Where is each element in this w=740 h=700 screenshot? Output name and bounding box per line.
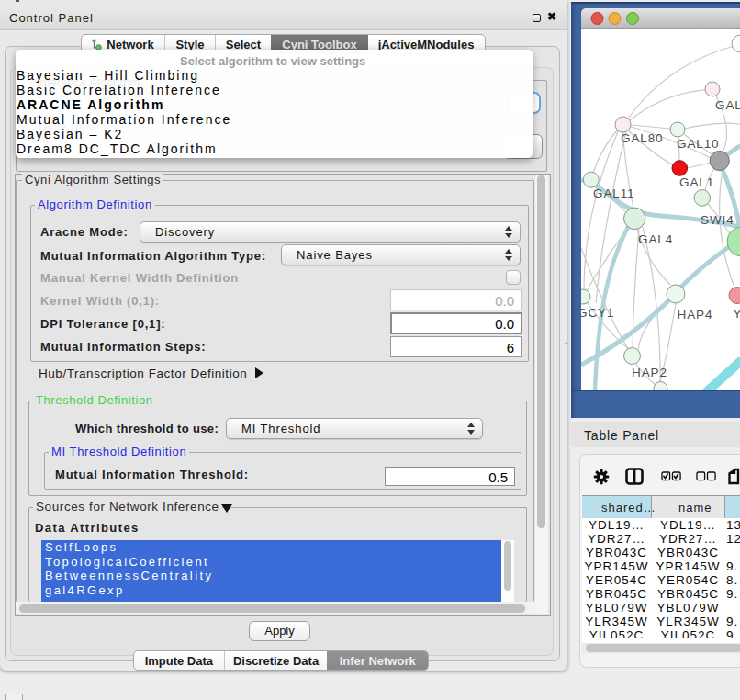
svg-text:GAL7: GAL7 <box>715 98 740 112</box>
svg-text:HAP4: HAP4 <box>678 308 713 322</box>
svg-text:SWI4: SWI4 <box>701 213 734 227</box>
svg-text:YD: YD <box>734 307 740 321</box>
svg-text:HAP2: HAP2 <box>632 366 667 379</box>
svg-text:GAL10: GAL10 <box>677 137 720 151</box>
svg-text:GCY1: GCY1 <box>581 306 614 320</box>
svg-text:GAL1: GAL1 <box>679 175 714 189</box>
svg-text:GAL11: GAL11 <box>593 186 635 200</box>
svg-text:GAL4: GAL4 <box>638 232 673 246</box>
svg-text:GAL80: GAL80 <box>621 131 664 145</box>
